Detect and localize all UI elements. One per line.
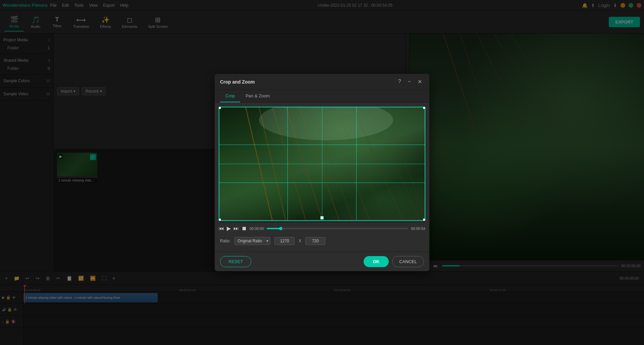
modal-header-actions: ? − ✕ [396, 78, 424, 86]
svg-point-17 [259, 107, 393, 140]
modal-playback: ⏮ ▶ ⏭ ⏹ 00:00:00 00:00:54 [219, 222, 425, 234]
ratio-x-label: X [299, 239, 301, 243]
ok-button[interactable]: OK [364, 256, 389, 267]
ratio-height-input[interactable] [305, 237, 325, 245]
modal-progress-fill [267, 228, 281, 229]
modal-playback-current: 00:00:00 [250, 227, 264, 231]
modal-minimize-btn[interactable]: − [406, 78, 413, 86]
crop-zoom-modal: Crop and Zoom ? − ✕ Crop Pan & Zoom [215, 74, 429, 271]
modal-play-btn[interactable]: ▶ [227, 225, 231, 232]
modal-close-btn[interactable]: ✕ [416, 78, 424, 86]
modal-tab-crop[interactable]: Crop [220, 90, 240, 102]
modal-overlay: Crop and Zoom ? − ✕ Crop Pan & Zoom [0, 0, 644, 345]
modal-header: Crop and Zoom ? − ✕ [215, 74, 429, 90]
crop-preview-area [219, 107, 425, 221]
crop-forest-svg [219, 107, 425, 221]
svg-line-16 [386, 113, 425, 221]
modal-footer-right: OK CANCEL [364, 256, 424, 267]
ratio-select[interactable]: Original Ratio 16:9 4:3 1:1 9:16 [234, 237, 270, 245]
modal-tab-pan-zoom[interactable]: Pan & Zoom [240, 90, 275, 102]
modal-progress-bar[interactable] [267, 228, 408, 229]
modal-next-frame-btn[interactable]: ⏭ [233, 226, 239, 232]
cancel-button[interactable]: CANCEL [392, 256, 424, 267]
ratio-select-wrap: Original Ratio 16:9 4:3 1:1 9:16 [234, 237, 270, 245]
modal-footer: RESET OK CANCEL [215, 252, 429, 271]
ratio-width-input[interactable] [274, 237, 294, 245]
modal-playback-duration: 00:00:54 [411, 227, 425, 231]
modal-help-btn[interactable]: ? [396, 78, 403, 86]
modal-body: ⏮ ▶ ⏭ ⏹ 00:00:00 00:00:54 Ratio: Origina… [215, 103, 429, 252]
crop-forest-bg [219, 107, 425, 221]
modal-stop-btn[interactable]: ⏹ [241, 226, 247, 232]
modal-prev-frame-btn[interactable]: ⏮ [219, 226, 224, 232]
crop-handle-bc[interactable] [320, 216, 324, 219]
ratio-label: Ratio: [220, 239, 230, 243]
modal-title: Crop and Zoom [220, 79, 255, 85]
modal-ratio-row: Ratio: Original Ratio 16:9 4:3 1:1 9:16 … [219, 234, 425, 248]
modal-tabs: Crop Pan & Zoom [215, 90, 429, 103]
reset-button[interactable]: RESET [220, 256, 251, 267]
modal-progress-dot [279, 227, 282, 230]
